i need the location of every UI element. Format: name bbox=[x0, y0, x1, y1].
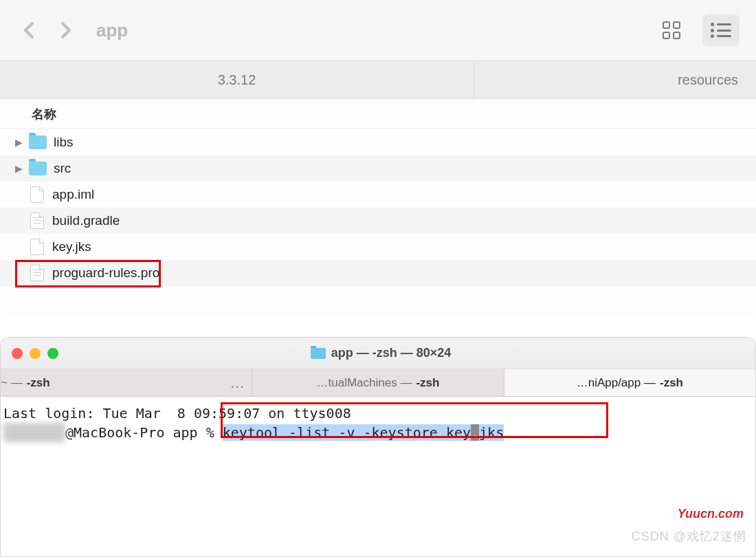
terminal-titlebar[interactable]: app — -zsh — 80×24 bbox=[1, 338, 755, 369]
watermark-site: Yuucn.com bbox=[678, 507, 744, 521]
terminal-body[interactable]: Last login: Tue Mar 8 09:59:07 on ttys00… bbox=[1, 397, 755, 449]
file-name: proguard-rules.pro bbox=[52, 265, 159, 281]
file-row-src[interactable]: ▶ src bbox=[0, 155, 756, 182]
file-icon bbox=[30, 239, 44, 255]
watermark-author: CSDN @戏忆2迷惘 bbox=[632, 528, 746, 545]
list-icon bbox=[711, 23, 731, 38]
list-view-button[interactable] bbox=[702, 14, 740, 46]
folder-icon bbox=[311, 348, 326, 359]
path-cell-right[interactable]: resources bbox=[474, 61, 756, 98]
file-row-proguard[interactable]: proguard-rules.pro bbox=[0, 260, 756, 286]
finder-toolbar: app bbox=[0, 0, 756, 61]
file-name: src bbox=[54, 161, 71, 176]
last-login-line: Last login: Tue Mar 8 09:59:07 on ttys00… bbox=[3, 404, 753, 423]
path-bar: 3.3.12 resources bbox=[0, 61, 756, 99]
finder-window: app 3.3.12 resources 名称 ▶ libs ▶ src app… bbox=[0, 0, 756, 316]
file-name: libs bbox=[54, 135, 74, 150]
text-cursor: . bbox=[471, 424, 479, 441]
file-name: key.jks bbox=[52, 239, 91, 254]
window-controls bbox=[12, 348, 58, 359]
prompt-host: @MacBook-Pro app % bbox=[65, 424, 223, 441]
command-selected: keytool -list -v -keystore key bbox=[223, 424, 471, 441]
tab-label: …niApp/app — bbox=[577, 376, 656, 390]
terminal-tab-1[interactable]: ~ — -zsh … bbox=[1, 369, 252, 396]
tab-label: ~ — bbox=[1, 376, 23, 390]
terminal-window: app — -zsh — 80×24 ~ — -zsh … …tualMachi… bbox=[0, 337, 756, 557]
file-list: ▶ libs ▶ src app.iml build.gradle key.jk… bbox=[0, 129, 756, 286]
terminal-title: app — -zsh — 80×24 bbox=[58, 346, 703, 360]
command-selected-tail: jks bbox=[479, 424, 504, 441]
window-title: app bbox=[96, 20, 128, 41]
ellipsis-icon: … bbox=[230, 374, 252, 392]
file-icon bbox=[30, 265, 44, 281]
tab-label-strong: -zsh bbox=[660, 376, 683, 390]
close-button[interactable] bbox=[12, 348, 23, 359]
chevron-right-icon[interactable]: ▶ bbox=[15, 163, 26, 174]
grid-icon bbox=[663, 21, 680, 39]
file-row-app-iml[interactable]: app.iml bbox=[0, 182, 756, 208]
forward-button[interactable] bbox=[54, 18, 78, 43]
folder-icon bbox=[29, 135, 47, 149]
back-button[interactable] bbox=[16, 18, 41, 43]
icon-view-button[interactable] bbox=[653, 14, 690, 46]
file-name: build.gradle bbox=[52, 213, 120, 228]
tab-label-strong: -zsh bbox=[416, 376, 439, 390]
zoom-button[interactable] bbox=[47, 348, 58, 359]
prompt-line: @MacBook-Pro app % keytool -list -v -key… bbox=[3, 423, 753, 442]
column-header-name[interactable]: 名称 bbox=[0, 99, 756, 129]
path-cell-left[interactable]: 3.3.12 bbox=[0, 61, 474, 98]
terminal-tab-2[interactable]: …tualMachines — -zsh bbox=[252, 369, 504, 396]
file-row-libs[interactable]: ▶ libs bbox=[0, 129, 756, 155]
file-row-build-gradle[interactable]: build.gradle bbox=[0, 208, 756, 234]
file-name: app.iml bbox=[52, 187, 94, 202]
tab-label: …tualMachines — bbox=[317, 376, 412, 390]
file-row-key-jks[interactable]: key.jks bbox=[0, 234, 756, 260]
blurred-username bbox=[3, 423, 65, 442]
chevron-right-icon[interactable]: ▶ bbox=[15, 137, 26, 148]
minimize-button[interactable] bbox=[30, 348, 41, 359]
file-icon bbox=[30, 186, 44, 203]
folder-icon bbox=[29, 162, 47, 175]
tab-label-strong: -zsh bbox=[27, 376, 50, 390]
terminal-title-text: app — -zsh — 80×24 bbox=[331, 346, 452, 360]
terminal-tab-3[interactable]: …niApp/app — -zsh bbox=[504, 369, 755, 396]
file-icon bbox=[30, 212, 44, 229]
terminal-tabs: ~ — -zsh … …tualMachines — -zsh …niApp/a… bbox=[1, 369, 755, 397]
